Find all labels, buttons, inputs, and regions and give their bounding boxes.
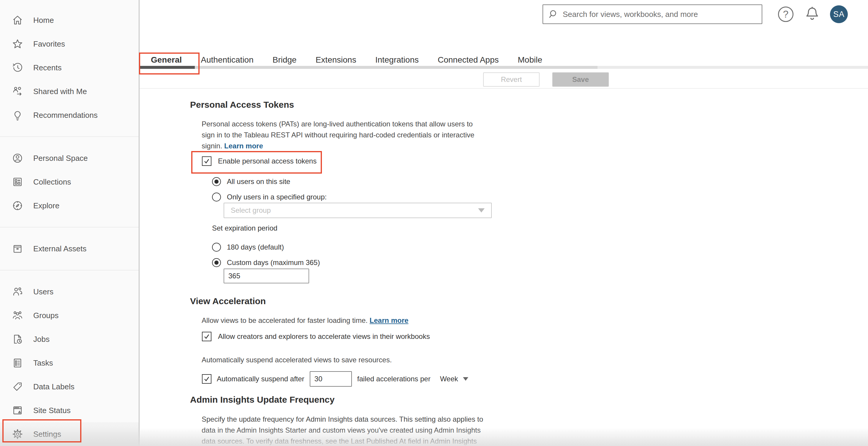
sidebar-item-users[interactable]: Users — [0, 280, 139, 304]
tab-connected-apps[interactable]: Connected Apps — [438, 53, 499, 67]
bell-icon — [804, 6, 820, 22]
user-avatar[interactable]: SA — [830, 5, 848, 23]
compass-icon — [12, 200, 23, 211]
sidebar-divider — [0, 270, 139, 270]
sidebar: Home Favorites Recents Shared with Me Re… — [0, 0, 140, 446]
expiration-180-row: 180 days (default) — [212, 243, 284, 252]
auto-suspend-prefix-label: Automatically suspend after — [217, 375, 304, 383]
sidebar-item-label: Users — [33, 287, 54, 297]
recents-clock-icon — [12, 62, 23, 73]
jobs-icon — [12, 334, 23, 345]
auto-suspend-checkbox[interactable] — [202, 374, 211, 384]
help-icon: ? — [778, 6, 794, 22]
archive-box-icon — [12, 243, 23, 254]
allow-acceleration-checkbox[interactable] — [202, 332, 211, 341]
all-users-radio[interactable] — [212, 177, 221, 186]
days-180-label: 180 days (default) — [227, 243, 284, 251]
sidebar-item-label: Jobs — [33, 335, 50, 344]
custom-days-radio[interactable] — [212, 258, 221, 267]
allow-acceleration-row: Allow creators and explorers to accelera… — [202, 332, 430, 341]
header-content-divider — [140, 88, 868, 89]
specified-group-radio[interactable] — [212, 193, 221, 202]
suspend-period-value: Week — [440, 375, 458, 383]
sidebar-item-favorites[interactable]: Favorites — [0, 32, 139, 56]
save-button[interactable]: Save — [552, 72, 609, 87]
sidebar-item-tasks[interactable]: Tasks — [0, 351, 139, 375]
search-icon — [549, 9, 559, 19]
tab-authentication[interactable]: Authentication — [201, 53, 253, 67]
admin-insights-title: Admin Insights Update Frequency — [190, 394, 335, 405]
expiration-period-label: Set expiration period — [212, 224, 277, 232]
tab-integrations[interactable]: Integrations — [375, 53, 419, 67]
suspend-period-dropdown[interactable]: Week — [440, 375, 468, 383]
pat-group-row: Only users in a specified group: — [212, 193, 327, 202]
settings-tab-bar: General Authentication Bridge Extensions… — [151, 53, 561, 67]
checkmark-icon — [203, 375, 210, 382]
sidebar-item-explore[interactable]: Explore — [0, 194, 139, 217]
sidebar-item-label: Tasks — [33, 358, 53, 368]
suspend-description: Automatically suspend accelerated views … — [202, 354, 392, 365]
lightbulb-icon — [12, 109, 23, 121]
failed-accelerations-input[interactable] — [310, 371, 352, 387]
tab-extensions[interactable]: Extensions — [316, 53, 356, 67]
sidebar-item-label: Groups — [33, 311, 59, 320]
tag-icon — [12, 381, 23, 392]
tab-general[interactable]: General — [151, 53, 182, 67]
pat-description: Personal access tokens (PATs) are long-l… — [202, 118, 484, 151]
revert-button[interactable]: Revert — [483, 72, 539, 87]
site-status-icon — [12, 405, 23, 416]
users-icon — [12, 286, 23, 297]
shared-with-me-icon — [12, 86, 23, 97]
sidebar-item-label: Explore — [33, 201, 59, 210]
chevron-down-icon — [478, 208, 485, 212]
view-acceleration-title: View Acceleration — [190, 296, 266, 306]
sidebar-item-data-labels[interactable]: Data Labels — [0, 375, 139, 399]
sidebar-divider — [0, 227, 139, 227]
pat-learn-more-link[interactable]: Learn more — [224, 142, 263, 150]
star-icon — [12, 38, 23, 49]
sidebar-item-collections[interactable]: Collections — [0, 170, 139, 194]
sidebar-item-label: Home — [33, 16, 54, 25]
notifications-button[interactable] — [804, 6, 820, 23]
sidebar-item-jobs[interactable]: Jobs — [0, 327, 139, 351]
tab-bridge[interactable]: Bridge — [273, 53, 297, 67]
sidebar-item-label: Personal Space — [33, 154, 88, 163]
sidebar-item-label: Favorites — [33, 39, 65, 49]
person-circle-icon — [12, 152, 23, 164]
sidebar-item-label: Settings — [33, 430, 61, 439]
days-180-radio[interactable] — [212, 243, 221, 252]
sidebar-item-external-assets[interactable]: External Assets — [0, 237, 139, 261]
collections-icon — [12, 176, 23, 187]
all-users-label: All users on this site — [227, 177, 290, 186]
custom-days-label: Custom days (maximum 365) — [227, 259, 320, 267]
sidebar-item-groups[interactable]: Groups — [0, 304, 139, 327]
sidebar-item-label: Data Labels — [33, 382, 74, 391]
enable-pat-checkbox[interactable] — [202, 157, 211, 166]
sidebar-item-label: Shared with Me — [33, 87, 87, 96]
sidebar-item-label: Recents — [33, 63, 61, 72]
sidebar-item-recents[interactable]: Recents — [0, 56, 139, 79]
help-button[interactable]: ? — [778, 6, 794, 22]
search-input[interactable] — [563, 10, 756, 19]
sidebar-item-settings[interactable]: Settings — [0, 422, 139, 446]
sidebar-item-label: External Assets — [33, 244, 86, 253]
view-acceleration-description: Allow views to be accelerated for faster… — [202, 315, 528, 326]
select-group-placeholder: Select group — [231, 206, 271, 214]
sidebar-item-shared-with-me[interactable]: Shared with Me — [0, 79, 139, 103]
sidebar-item-home[interactable]: Home — [0, 8, 139, 32]
allow-acceleration-label: Allow creators and explorers to accelera… — [218, 332, 430, 341]
sidebar-item-recommendations[interactable]: Recommendations — [0, 103, 139, 127]
custom-days-input[interactable] — [224, 269, 309, 283]
sidebar-item-site-status[interactable]: Site Status — [0, 399, 139, 422]
checkmark-icon — [203, 333, 210, 340]
tab-mobile[interactable]: Mobile — [518, 53, 542, 67]
view-acceleration-learn-more-link[interactable]: Learn more — [370, 316, 409, 324]
global-search — [542, 4, 762, 24]
enable-pat-label: Enable personal access tokens — [218, 157, 316, 165]
auto-suspend-suffix-label: failed accelerations per — [357, 375, 431, 383]
specified-group-label: Only users in a specified group: — [227, 193, 327, 201]
sidebar-item-label: Collections — [33, 177, 71, 187]
expiration-custom-row: Custom days (maximum 365) — [212, 258, 320, 267]
select-group-dropdown[interactable]: Select group — [224, 203, 492, 218]
sidebar-item-personal-space[interactable]: Personal Space — [0, 146, 139, 170]
